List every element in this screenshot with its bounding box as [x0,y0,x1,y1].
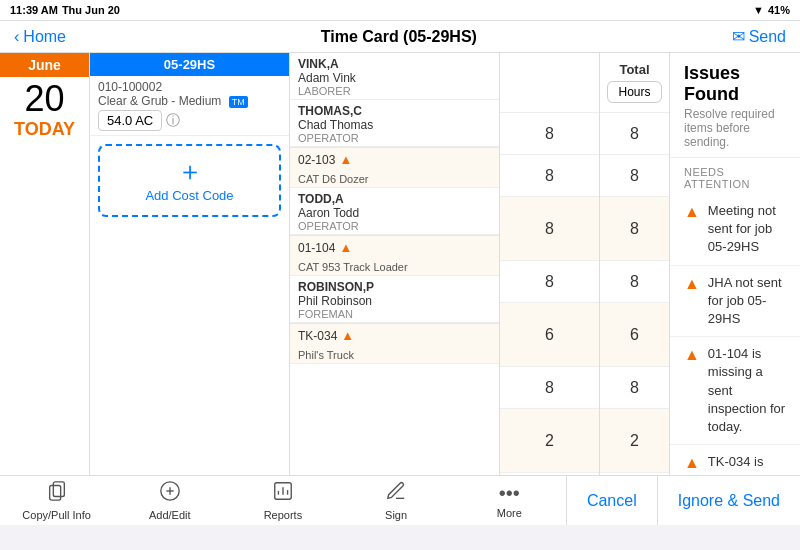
equipment-row-01104: 01-104 ▲ [290,235,499,259]
total-cell-01104: 6 [600,303,669,367]
total-column: Total Hours 8 8 8 8 6 8 2 [600,53,670,475]
worker-role-todd: OPERATOR [298,220,491,232]
ac-value: 54.0 AC [98,110,162,131]
issue-text-3: 01-104 is missing a sent inspection for … [708,345,786,436]
send-label: Send [749,28,786,46]
status-day: Thu Jun 20 [62,4,120,16]
wifi-icon: ▼ [753,4,764,16]
sign-icon [385,480,407,507]
equipment-name-01104: CAT 953 Track Loader [290,259,499,275]
hours-entry-header [500,53,599,113]
toolbar-copy-pull[interactable]: Copy/Pull Info [0,476,113,525]
toolbar-add-edit-label: Add/Edit [149,509,191,521]
total-cell-vink: 8 [600,113,669,155]
hours-cell-thomas[interactable]: 8 [500,155,599,197]
worker-name-last-robinson: ROBINSON,P [298,280,491,294]
warning-icon-02103: ▲ [339,152,352,167]
svg-rect-0 [53,482,64,497]
issue-text-4: TK-034 is missing a sent inspection for … [708,453,786,475]
workers-column: VINK,A Adam Vink LABORER THOMAS,C Chad T… [290,53,500,475]
issue-item-3: ▲ 01-104 is missing a sent inspection fo… [670,337,800,445]
toolbar-more-label: More [497,507,522,519]
worker-name-last-vink: VINK,A [298,57,491,71]
worker-name-full-robinson: Phil Robinson [298,294,491,308]
toolbar-add-edit[interactable]: Add/Edit [113,476,226,525]
warning-icon-issue-2: ▲ [684,275,700,293]
add-cost-code-label: Add Cost Code [145,188,233,203]
worker-name-full-vink: Adam Vink [298,71,491,85]
cost-code-detail: 010-100002 Clear & Grub - Medium TM 54.0… [90,76,289,136]
worker-name-full-thomas: Chad Thomas [298,118,491,132]
page-title: Time Card (05-29HS) [321,28,477,46]
worker-info-robinson: ROBINSON,P Phil Robinson FOREMAN [290,276,499,322]
worker-role-thomas: OPERATOR [298,132,491,144]
hours-cell-robinson[interactable]: 8 [500,367,599,409]
worker-name-full-todd: Aaron Todd [298,206,491,220]
toolbar-sign[interactable]: Sign [340,476,453,525]
ignore-and-send-button[interactable]: Ignore & Send [657,476,800,525]
warning-icon-issue-4: ▲ [684,454,700,472]
equipment-id-01104: 01-104 [298,241,335,255]
hours-cell-01104[interactable]: 6 [500,303,599,367]
toolbar-reports-label: Reports [264,509,303,521]
issue-text-2: JHA not sent for job 05-29HS [708,274,786,329]
needs-attention-label: NEEDS ATTENTION [670,158,800,194]
issue-item-2: ▲ JHA not sent for job 05-29HS [670,266,800,338]
plus-circle-icon: ＋ [177,158,203,184]
equipment-row-02103: 02-103 ▲ [290,147,499,171]
hours-cell-02103[interactable]: 8 [500,197,599,261]
issues-title: Issues Found [670,53,800,107]
send-button[interactable]: ✉ Send [732,27,786,46]
toolbar-more[interactable]: ••• More [453,476,566,525]
more-icon: ••• [499,482,520,505]
warning-icon-01104: ▲ [339,240,352,255]
hours-cell-todd[interactable]: 8 [500,261,599,303]
worker-group-robinson: ROBINSON,P Phil Robinson FOREMAN [290,276,499,323]
toolbar-main: Copy/Pull Info Add/Edit Reports [0,476,566,525]
worker-name-last-thomas: THOMAS,C [298,104,491,118]
date-month: June [0,53,89,77]
copy-icon [46,480,68,507]
total-hours-button[interactable]: Hours [607,81,661,103]
hours-entry-column: 8 8 8 8 6 8 2 [500,53,600,475]
toolbar-reports[interactable]: Reports [226,476,339,525]
issues-subtitle: Resolve required items before sending. [670,107,800,158]
toolbar: Copy/Pull Info Add/Edit Reports [0,475,800,525]
info-icon[interactable]: ⓘ [166,112,180,130]
cancel-button[interactable]: Cancel [566,476,657,525]
worker-group-todd: TODD,A Aaron Todd OPERATOR [290,188,499,235]
cost-code-description: Clear & Grub - Medium TM [98,94,281,108]
cost-code-ac-row: 54.0 AC ⓘ [98,110,281,131]
main-layout: June 20 TODAY 05-29HS 010-100002 Clear &… [0,53,800,475]
chevron-left-icon: ‹ [14,28,19,46]
total-header: Total Hours [600,53,669,113]
add-edit-icon [159,480,181,507]
equipment-name-02103: CAT D6 Dozer [290,171,499,187]
equipment-group-02103: 02-103 ▲ CAT D6 Dozer [290,147,499,188]
tm-badge: TM [229,96,248,108]
toolbar-sign-label: Sign [385,509,407,521]
equipment-row-tk034: TK-034 ▲ [290,323,499,347]
cost-code-id[interactable]: 05-29HS [90,53,289,76]
home-label: Home [23,28,66,46]
date-day: 20 [0,77,89,117]
warning-icon-issue-1: ▲ [684,203,700,221]
battery-level: 41% [768,4,790,16]
issue-item-4: ▲ TK-034 is missing a sent inspection fo… [670,445,800,475]
equipment-id-tk034: TK-034 [298,329,337,343]
equipment-group-tk034: TK-034 ▲ Phil's Truck [290,323,499,364]
hours-cell-vink[interactable]: 8 [500,113,599,155]
reports-icon [272,480,294,507]
worker-group-vink: VINK,A Adam Vink LABORER [290,53,499,100]
equipment-name-tk034: Phil's Truck [290,347,499,363]
worker-info-vink: VINK,A Adam Vink LABORER [290,53,499,99]
total-cell-thomas: 8 [600,155,669,197]
worker-role-vink: LABORER [298,85,491,97]
worker-role-robinson: FOREMAN [298,308,491,320]
date-sidebar: June 20 TODAY [0,53,90,475]
home-button[interactable]: ‹ Home [14,28,66,46]
hours-cell-tk034[interactable]: 2 [500,409,599,473]
total-cell-02103: 8 [600,197,669,261]
add-cost-code-button[interactable]: ＋ Add Cost Code [98,144,281,217]
date-today: TODAY [0,117,89,142]
